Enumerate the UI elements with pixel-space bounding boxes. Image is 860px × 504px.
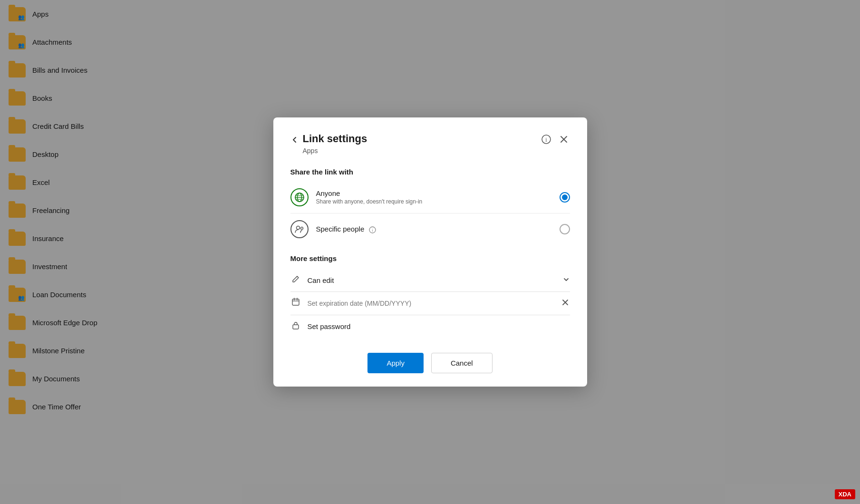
anyone-name: Anyone <box>316 189 552 197</box>
specific-text: Specific people i <box>316 225 552 233</box>
svg-rect-11 <box>292 299 299 305</box>
modal-overlay[interactable]: Link settings Apps i Shar <box>0 0 860 504</box>
globe-icon <box>290 188 309 206</box>
svg-point-8 <box>300 227 303 229</box>
clear-expiry-button[interactable] <box>560 298 570 309</box>
can-edit-label: Can edit <box>308 276 556 284</box>
specific-radio[interactable] <box>560 224 570 234</box>
cancel-button[interactable]: Cancel <box>431 353 493 373</box>
specific-name: Specific people i <box>316 225 552 233</box>
edit-icon <box>290 275 301 286</box>
expiry-date-row[interactable] <box>290 292 570 315</box>
modal-header-icons: i <box>540 133 570 146</box>
can-edit-row[interactable]: Can edit <box>290 269 570 292</box>
anyone-desc: Share with anyone, doesn't require sign-… <box>316 198 552 205</box>
svg-text:i: i <box>372 228 374 233</box>
calendar-icon <box>290 298 301 309</box>
apply-button[interactable]: Apply <box>367 353 424 373</box>
specific-people-option[interactable]: Specific people i <box>290 215 570 243</box>
modal-title: Link settings <box>303 133 540 145</box>
back-button[interactable] <box>290 134 303 148</box>
password-row[interactable]: Set password <box>290 315 570 338</box>
modal-subtitle: Apps <box>303 147 540 155</box>
specific-info-icon: i <box>369 225 376 233</box>
svg-point-7 <box>296 226 300 229</box>
close-button[interactable] <box>558 133 570 145</box>
svg-rect-17 <box>293 325 299 329</box>
anyone-text: Anyone Share with anyone, doesn't requir… <box>316 189 552 205</box>
chevron-down-icon <box>562 276 570 285</box>
anyone-radio-fill <box>562 194 568 200</box>
anyone-option[interactable]: Anyone Share with anyone, doesn't requir… <box>290 184 570 211</box>
svg-text:i: i <box>545 136 547 143</box>
share-label: Share the link with <box>290 168 570 176</box>
people-icon <box>290 220 309 238</box>
expiry-date-input[interactable] <box>308 300 554 307</box>
share-divider <box>290 213 570 213</box>
link-settings-modal: Link settings Apps i Shar <box>273 117 587 386</box>
modal-header: Link settings Apps i <box>290 133 570 154</box>
more-settings-label: More settings <box>290 254 570 262</box>
password-label: Set password <box>308 322 570 330</box>
modal-title-area: Link settings Apps <box>303 133 540 154</box>
info-button[interactable]: i <box>540 133 553 146</box>
modal-footer: Apply Cancel <box>290 353 570 373</box>
xda-watermark: XDA <box>835 489 855 499</box>
lock-icon <box>290 321 301 332</box>
anyone-radio[interactable] <box>560 192 570 203</box>
